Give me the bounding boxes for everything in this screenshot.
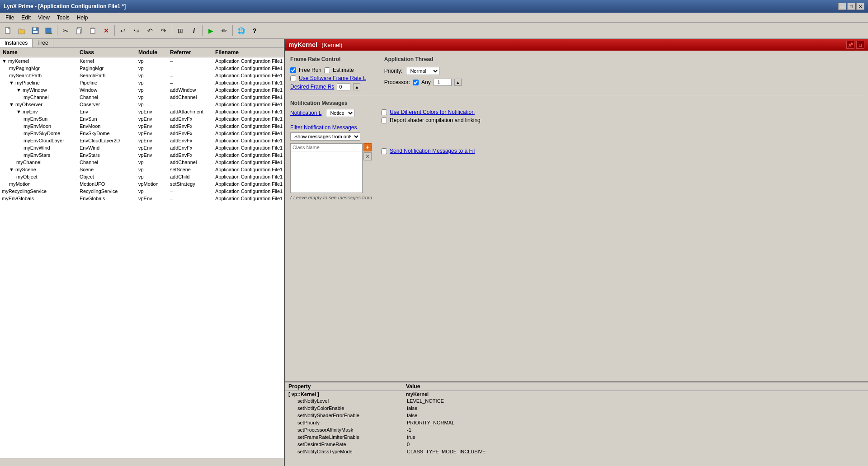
toolbar-run[interactable]: ▶ [204,24,217,37]
desired-frame-up[interactable]: ▲ [353,83,360,90]
menu-bar: File Edit View Tools Help [0,13,868,23]
processor-value-input[interactable] [434,79,452,86]
tree-row[interactable]: myEnvMoon EnvMoon vpEnv addEnvFx Applica… [0,122,284,130]
api-data-row[interactable]: setNotifyColorEnablefalse [285,405,868,412]
toolbar-open[interactable] [15,24,28,37]
estimate-checkbox[interactable] [324,67,330,73]
tree-row[interactable]: myEnvGlobals EnvGlobals vpEnv – Applicat… [0,195,284,202]
tree-row[interactable]: myEnvCloudLayer EnvCloudLayer2D vpEnv ad… [0,137,284,144]
tree-row[interactable]: myObject Object vp addChild Application … [0,173,284,180]
api-rows: setNotifyLevelLEVEL_NOTICEsetNotifyColor… [285,397,868,455]
send-to-file-checkbox[interactable] [381,148,387,154]
use-diff-colors-checkbox[interactable] [381,109,387,115]
toolbar-paste[interactable] [86,24,99,37]
desired-frame-input[interactable] [337,83,350,90]
gui-pin-button[interactable]: 📌 [846,41,854,49]
report-shader-checkbox[interactable] [381,118,387,123]
notification-checks: Use Different Colors for Notification Re… [381,109,481,154]
menu-view[interactable]: View [34,14,53,22]
toolbar-help[interactable]: ? [248,24,261,37]
api-header-row: Property Value [285,382,868,391]
free-run-checkbox[interactable] [290,67,296,73]
notification-label: Notification Messages [290,100,863,106]
toolbar-globe[interactable]: 🌐 [235,24,247,37]
gui-header-controls: 📌 □ [846,41,864,49]
toolbar-save[interactable] [29,24,42,37]
gui-kernel-name: myKernel [288,41,317,48]
tree-row[interactable]: myPagingMgr PagingMgr vp – Application C… [0,65,284,72]
send-to-file-link[interactable]: Send Notification Messages to a Fil [390,148,475,154]
tree-row[interactable]: ▼ myKernel Kernel vp – Application Confi… [0,57,284,65]
api-data-row[interactable]: setFrameRateLimiterEnabletrue [285,433,868,441]
filter-left: Filter Notification Messages Show messag… [290,124,372,200]
toolbar-redo2[interactable]: ↷ [157,24,170,37]
filter-link[interactable]: Filter Notification Messages [290,124,372,131]
toolbar-new[interactable] [2,24,14,37]
minimize-button[interactable]: — [838,3,846,10]
toolbar-sep-1 [57,25,57,36]
tree-row[interactable]: myRecyclingService RecyclingService vp –… [0,188,284,195]
tree-row[interactable]: myEnvStars EnvStars vpEnv addEnvFx Appli… [0,151,284,159]
api-section-kernel: [ vp::Kernel ] myKernel [285,391,868,397]
panel-tabs: Instances Tree [0,39,284,48]
any-checkbox[interactable] [413,80,419,85]
add-class-button[interactable]: + [363,143,372,151]
tree-row[interactable]: myEnvWind EnvWind vpEnv addEnvFx Applica… [0,144,284,151]
tree-row[interactable]: ▼ myWindow Window vp addWindow Applicati… [0,86,284,94]
tree-row[interactable]: myChannel Channel vp addChannel Applicat… [0,159,284,166]
processor-up[interactable]: ▲ [454,79,462,86]
tree-row[interactable]: ▼ myObserver Observer vp – Application C… [0,101,284,108]
tree-row[interactable]: myEnvSun EnvSun vpEnv addEnvFx Applicati… [0,115,284,122]
toolbar-redo[interactable]: ↪ [130,24,143,37]
api-data-row[interactable]: setPriorityPRIORITY_NORMAL [285,419,868,426]
api-data-row[interactable]: setNotifyLevelLEVEL_NOTICE [285,397,868,405]
notification-level-select[interactable]: Debug Info Notice Warn Error Fatal [326,109,354,117]
toolbar-undo[interactable]: ↩ [117,24,129,37]
toolbar-copy[interactable] [73,24,85,37]
close-button[interactable]: ✕ [856,3,864,10]
tab-tree[interactable]: Tree [33,39,53,47]
menu-edit[interactable]: Edit [18,14,34,22]
app-thread-label: Application Thread [384,56,462,62]
menu-tools[interactable]: Tools [53,14,73,22]
toolbar-save-all[interactable] [42,24,55,37]
toolbar-undo2[interactable]: ↶ [144,24,156,37]
gui-content: Frame Rate Control Free Run Estimate Use… [285,51,868,206]
desired-frame-link[interactable]: Desired Frame Rs [290,84,334,90]
software-frame-checkbox[interactable] [290,75,296,81]
list-buttons: + ✕ [363,143,372,160]
software-frame-link[interactable]: Use Software Frame Rate L [299,75,366,81]
notification-level-row: Notification L Debug Info Notice Warn Er… [290,109,372,117]
menu-file[interactable]: File [2,14,18,22]
toolbar-edit[interactable]: ✏ [218,24,231,37]
svg-rect-11 [90,28,95,33]
tree-row[interactable]: myChannel Channel vp addChannel Applicat… [0,94,284,101]
api-data-row[interactable]: setProcessorAffinityMask-1 [285,426,868,433]
notification-section: Notification Messages Notification L Deb… [290,96,863,200]
api-section-val: myKernel [406,391,587,397]
instance-tree[interactable]: Name Class Module Referrer Filename Orde… [0,48,284,458]
tree-row[interactable]: ▼ myScene Scene vp setScene Application … [0,166,284,173]
toolbar-grid[interactable]: ⊞ [174,24,187,37]
remove-class-button[interactable]: ✕ [363,152,372,160]
toolbar-info[interactable]: i [188,24,200,37]
api-data-row[interactable]: setDesiredFrameRate0 [285,441,868,448]
api-data-row[interactable]: setNotifyClassTypeModeCLASS_TYPE_MODE_IN… [285,448,868,455]
priority-select[interactable]: Normal High Low Realtime [406,67,439,75]
maximize-button[interactable]: □ [847,3,855,10]
tree-row[interactable]: myMotion MotionUFO vpMotion setStrategy … [0,180,284,188]
tab-instances[interactable]: Instances [0,39,33,47]
gui-expand-button[interactable]: □ [856,41,864,49]
report-shader-row: Report shader compilation and linking [381,117,481,123]
tree-row[interactable]: mySearchPath SearchPath vp – Application… [0,72,284,79]
api-data-row[interactable]: setNotifyShaderErrorEnablefalse [285,412,868,419]
menu-help[interactable]: Help [73,14,92,22]
tree-row[interactable]: myEnvSkyDome EnvSkyDome vpEnv addEnvFx A… [0,130,284,137]
notification-level-link[interactable]: Notification L [290,110,321,116]
use-diff-colors-link[interactable]: Use Different Colors for Notification [390,109,475,115]
show-messages-select[interactable]: Show messages from only these Show all m… [290,132,360,141]
toolbar-cut[interactable]: ✂ [59,24,72,37]
tree-row[interactable]: ▼ myEnv Env vpEnv addAttachment Applicat… [0,108,284,115]
toolbar-delete[interactable]: ✕ [100,24,113,37]
tree-row[interactable]: ▼ myPipeline Pipeline vp – Application C… [0,79,284,86]
